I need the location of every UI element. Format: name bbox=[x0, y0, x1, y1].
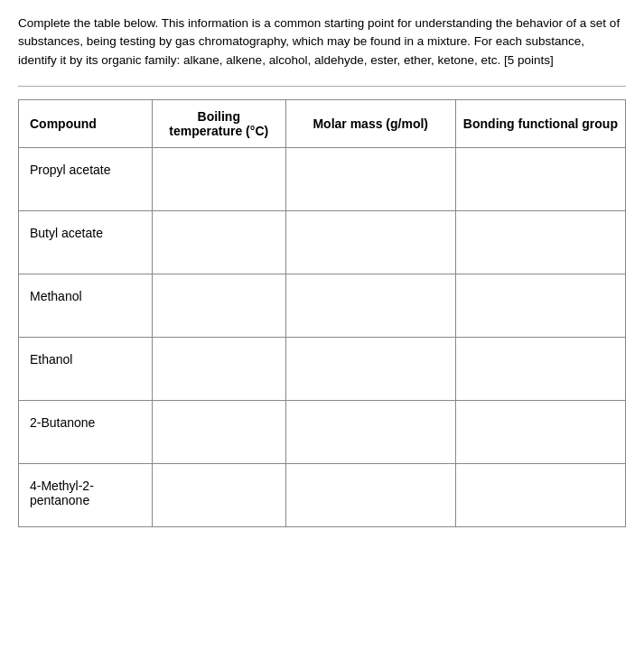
cell-molar bbox=[285, 337, 455, 400]
cell-boiling bbox=[152, 337, 285, 400]
cell-molar bbox=[285, 400, 455, 463]
compound-table: Compound Boiling temperature (°C) Molar … bbox=[18, 99, 626, 527]
cell-compound: Methanol bbox=[19, 274, 153, 337]
cell-bonding bbox=[455, 400, 625, 463]
cell-compound: 4-Methyl-2-pentanone bbox=[19, 463, 153, 526]
cell-bonding bbox=[455, 463, 625, 526]
cell-boiling bbox=[152, 147, 285, 210]
cell-boiling bbox=[152, 400, 285, 463]
cell-bonding bbox=[455, 337, 625, 400]
header-boiling: Boiling temperature (°C) bbox=[152, 99, 285, 147]
cell-boiling bbox=[152, 274, 285, 337]
table-row: 2-Butanone bbox=[19, 400, 626, 463]
cell-boiling bbox=[152, 463, 285, 526]
cell-bonding bbox=[455, 274, 625, 337]
table-row: Propyl acetate bbox=[19, 147, 626, 210]
table-row: Methanol bbox=[19, 274, 626, 337]
header-molar: Molar mass (g/mol) bbox=[285, 99, 455, 147]
cell-compound: Butyl acetate bbox=[19, 210, 153, 274]
cell-molar bbox=[285, 463, 455, 526]
table-header-row: Compound Boiling temperature (°C) Molar … bbox=[19, 99, 626, 147]
cell-molar bbox=[285, 147, 455, 210]
table-row: Butyl acetate bbox=[19, 210, 626, 274]
instructions-text: Complete the table below. This informati… bbox=[18, 14, 626, 70]
cell-bonding bbox=[455, 147, 625, 210]
cell-compound: Propyl acetate bbox=[19, 147, 153, 210]
table-row: Ethanol bbox=[19, 337, 626, 400]
cell-boiling bbox=[152, 210, 285, 274]
cell-compound: Ethanol bbox=[19, 337, 153, 400]
table-row: 4-Methyl-2-pentanone bbox=[19, 463, 626, 526]
header-compound: Compound bbox=[19, 99, 153, 147]
cell-molar bbox=[285, 210, 455, 274]
cell-bonding bbox=[455, 210, 625, 274]
divider bbox=[18, 86, 626, 87]
cell-molar bbox=[285, 274, 455, 337]
header-bonding: Bonding functional group bbox=[455, 99, 625, 147]
cell-compound: 2-Butanone bbox=[19, 400, 153, 463]
